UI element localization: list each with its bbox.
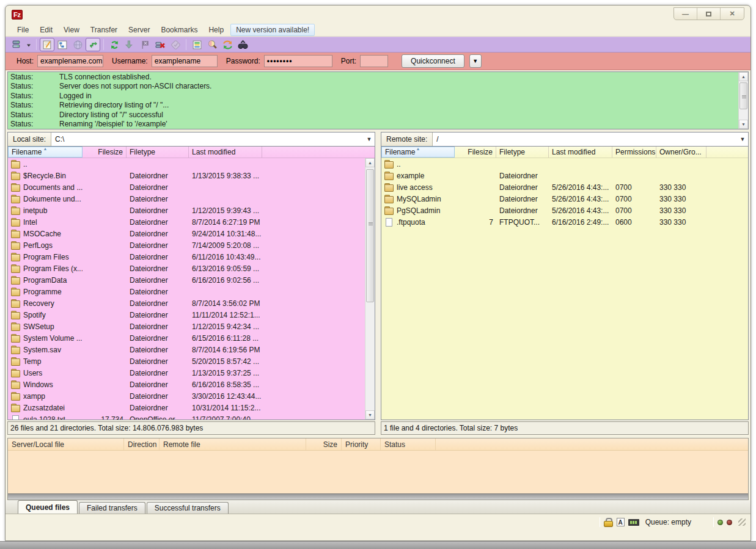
file-row[interactable]: MySQLadminDateiordner5/26/2016 4:43:...0… — [381, 193, 748, 205]
reconnect-icon[interactable] — [168, 38, 183, 51]
refresh-icon[interactable] — [107, 38, 122, 51]
file-row[interactable]: .. — [8, 158, 375, 170]
host-input[interactable]: examplename.com — [37, 55, 103, 67]
queue-column-priority[interactable]: Priority — [342, 438, 381, 450]
tab-successful-transfers[interactable]: Successful transfers — [147, 502, 229, 514]
file-row[interactable]: System Volume ...Dateiordner6/15/2016 6:… — [8, 332, 375, 344]
file-row[interactable]: ProgramDataDateiordner6/16/2016 9:02:56 … — [8, 274, 375, 286]
file-row[interactable]: .ftpquota7FTPQUOT...6/16/2016 2:49:...06… — [381, 216, 748, 228]
file-row[interactable]: IntelDateiordner8/7/2014 6:27:19 PM — [8, 216, 375, 228]
file-row[interactable]: $Recycle.BinDateiordner1/13/2015 9:38:33… — [8, 170, 375, 181]
file-row[interactable]: MSOCacheDateiordner9/24/2014 10:31:48... — [8, 228, 375, 239]
menu-file[interactable]: File — [12, 24, 34, 35]
column-header-filetype[interactable]: Filetype — [127, 147, 189, 158]
file-row[interactable]: PgSQLadminDateiordner5/26/2016 4:43:...0… — [381, 205, 748, 216]
file-row[interactable]: TempDateiordner5/20/2015 8:57:42 ... — [8, 355, 375, 367]
scroll-down-icon[interactable]: ▼ — [365, 410, 375, 420]
column-header-permissions[interactable]: Permissions — [612, 147, 656, 158]
site-manager-dropdown[interactable] — [24, 38, 33, 51]
log-scrollbar-thumb[interactable] — [739, 82, 747, 109]
encoding-icon[interactable]: A — [617, 518, 625, 526]
find-files-icon[interactable] — [235, 38, 250, 51]
password-input[interactable]: •••••••• — [264, 55, 332, 67]
port-input[interactable] — [360, 55, 388, 67]
file-row[interactable]: SWSetupDateiordner1/12/2015 9:42:34 ... — [8, 321, 375, 332]
file-row[interactable]: eula.1028.txt17.734OpenOffice.or...11/7/… — [8, 413, 375, 420]
maximize-button[interactable] — [697, 8, 721, 20]
menu-edit[interactable]: Edit — [34, 24, 58, 35]
remote-path-combobox[interactable]: / — [433, 133, 737, 146]
disconnect-icon[interactable] — [153, 38, 167, 51]
synchronized-browsing-icon[interactable] — [220, 38, 235, 51]
local-path-dropdown-icon[interactable]: ▼ — [364, 133, 375, 146]
file-row[interactable]: ZuzsatzdateiDateiordner10/31/2014 11:15:… — [8, 402, 375, 413]
queue-column-direction[interactable]: Direction — [124, 438, 160, 450]
titlebar[interactable]: Fz — ✕ — [6, 5, 750, 24]
toggle-message-log-icon[interactable] — [40, 38, 54, 51]
toggle-remote-tree-icon[interactable] — [70, 38, 85, 51]
column-header-last-modified[interactable]: Last modified — [189, 147, 262, 158]
file-row[interactable]: Documents and ...Dateiordner — [8, 181, 375, 193]
quickconnect-button[interactable]: Quickconnect — [402, 54, 464, 68]
menu-server[interactable]: Server — [123, 24, 155, 35]
username-input[interactable]: examplename — [152, 55, 218, 67]
column-header-last-modified[interactable]: Last modified — [549, 147, 612, 158]
file-row[interactable]: exampleDateiordner — [381, 170, 748, 181]
local-scrollbar-thumb[interactable] — [366, 169, 374, 302]
menu-view[interactable]: View — [58, 24, 85, 35]
file-row[interactable]: Program FilesDateiordner6/11/2016 10:43:… — [8, 251, 375, 263]
scroll-up-icon[interactable]: ▲ — [365, 158, 375, 167]
minimize-button[interactable]: — — [674, 8, 697, 20]
queue-column-server-local-file[interactable]: Server/Local file — [8, 438, 124, 450]
toggle-local-tree-icon[interactable] — [55, 38, 70, 51]
process-queue-icon[interactable] — [122, 38, 137, 51]
column-header-filename[interactable]: Filename▲ — [8, 147, 83, 158]
scroll-down-icon[interactable]: ▼ — [739, 120, 748, 129]
file-row[interactable]: System.savDateiordner8/7/2014 6:19:56 PM — [8, 344, 375, 355]
file-row[interactable]: WindowsDateiordner6/16/2016 8:58:35 ... — [8, 379, 375, 390]
menu-bookmarks[interactable]: Bookmarks — [155, 24, 203, 35]
file-row[interactable]: xamppDateiordner3/30/2016 12:43:44... — [8, 390, 375, 402]
column-header-filetype[interactable]: Filetype — [496, 147, 549, 158]
file-row[interactable]: SpotifyDateiordner11/11/2014 12:52:1... — [8, 309, 375, 321]
file-row[interactable]: inetpubDateiordner1/12/2015 9:39:43 ... — [8, 205, 375, 216]
column-header-filesize[interactable]: Filesize — [455, 147, 496, 158]
file-row[interactable]: ProgrammeDateiordner — [8, 286, 375, 297]
local-path-combobox[interactable]: C:\ — [51, 133, 364, 146]
queue-column-size[interactable]: Size — [306, 438, 342, 450]
cell-type: Dateiordner — [127, 392, 189, 401]
remote-path-dropdown-icon[interactable]: ▼ — [737, 133, 748, 146]
filter-icon[interactable] — [189, 38, 204, 51]
cancel-operation-icon[interactable] — [138, 38, 152, 51]
log-scrollbar[interactable]: ▲ ▼ — [738, 72, 748, 129]
column-header-filename[interactable]: Filename▲ — [381, 147, 455, 158]
local-scrollbar[interactable]: ▲ ▼ — [365, 158, 375, 420]
resize-grip[interactable] — [738, 518, 746, 526]
scroll-up-icon[interactable]: ▲ — [739, 72, 748, 81]
file-row[interactable]: Dokumente und...Dateiordner — [8, 193, 375, 205]
file-row[interactable]: .. — [381, 158, 748, 170]
file-row[interactable]: RecoveryDateiordner8/7/2014 3:56:02 PM — [8, 297, 375, 309]
site-manager-icon[interactable] — [9, 38, 24, 51]
file-row[interactable]: PerfLogsDateiordner7/14/2009 5:20:08 ... — [8, 239, 375, 251]
quickconnect-dropdown[interactable]: ▼ — [469, 54, 482, 68]
file-row[interactable]: UsersDateiordner1/13/2015 9:37:25 ... — [8, 367, 375, 379]
toggle-transfer-queue-icon[interactable] — [86, 38, 100, 51]
speed-limit-icon[interactable] — [628, 519, 639, 526]
queue-column-remote-file[interactable]: Remote file — [160, 438, 306, 450]
column-header-filesize[interactable]: Filesize — [83, 147, 127, 158]
directory-comparison-icon[interactable] — [205, 38, 219, 51]
tab-failed-transfers[interactable]: Failed transfers — [79, 502, 145, 514]
tab-queued-files[interactable]: Queued files — [18, 500, 78, 514]
queue-column-status[interactable]: Status — [381, 438, 436, 450]
queue-horizontal-scrollbar[interactable] — [8, 493, 748, 500]
tls-lock-icon[interactable] — [604, 518, 613, 526]
menu-help[interactable]: Help — [203, 24, 229, 35]
column-header-owner-gro-[interactable]: Owner/Gro... — [656, 147, 706, 158]
menu-transfer[interactable]: Transfer — [85, 24, 123, 35]
file-row[interactable]: Program Files (x...Dateiordner6/13/2016 … — [8, 263, 375, 274]
file-row[interactable]: live accessDateiordner5/26/2016 4:43:...… — [381, 181, 748, 193]
new-version-notice[interactable]: New version available! — [230, 24, 315, 36]
close-button[interactable]: ✕ — [721, 8, 744, 20]
cell-modified: 6/16/2016 9:02:56 ... — [189, 276, 262, 285]
